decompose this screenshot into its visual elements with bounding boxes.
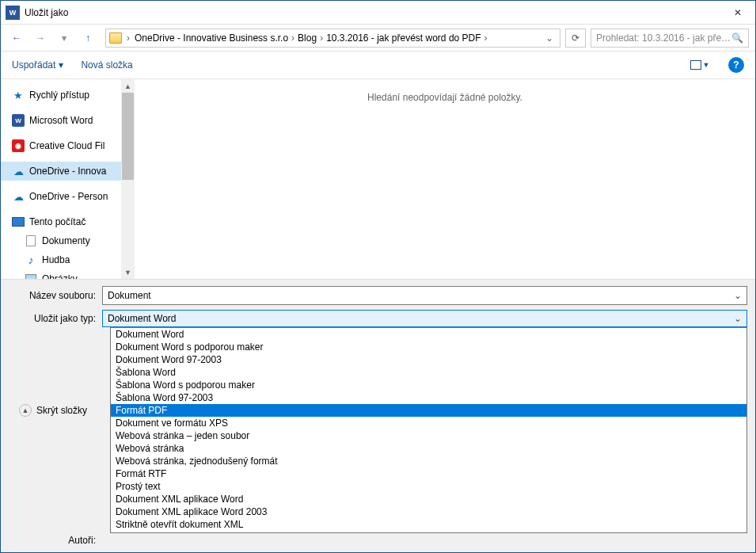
sidebar-item-onedrive-personal[interactable]: ☁OneDrive - Person	[1, 187, 121, 206]
breadcrumb-segment[interactable]: Blog	[298, 32, 317, 44]
file-type-option[interactable]: Šablona Word 97-2003	[111, 391, 747, 404]
sidebar-item-label: Hudba	[42, 254, 70, 265]
arrow-left-icon: ←	[12, 32, 21, 44]
cloud-icon: ☁	[12, 165, 25, 177]
sidebar-item-music[interactable]: ♪Hudba	[1, 250, 121, 269]
file-name-row: Název souboru: ⌄	[9, 286, 747, 305]
collapse-icon[interactable]: ▲	[19, 404, 32, 417]
file-type-option[interactable]: Dokument Word s podporou maker	[111, 341, 747, 353]
sidebar-item-label: Creative Cloud Fil	[29, 140, 104, 151]
file-name-label: Název souboru:	[9, 290, 102, 301]
scrollbar-thumb[interactable]	[122, 93, 134, 180]
up-button[interactable]: ↑	[78, 29, 97, 48]
file-type-option[interactable]: Dokument XML aplikace Word	[111, 493, 747, 505]
file-type-option[interactable]: Webová stránka, zjednodušený formát	[111, 455, 747, 467]
file-type-row: Uložit jako typ: Dokument Word ⌄	[9, 310, 747, 327]
word-app-icon: W	[6, 6, 20, 20]
sidebar-item-quick-access[interactable]: ★Rychlý přístup	[1, 86, 121, 105]
file-type-option[interactable]: Dokument Word	[111, 328, 747, 341]
file-type-option[interactable]: Formát RTF	[111, 467, 747, 480]
sidebar-item-documents[interactable]: Dokumenty	[1, 231, 121, 250]
close-button[interactable]: ✕	[720, 1, 755, 25]
file-type-option[interactable]: Webová stránka	[111, 442, 747, 455]
refresh-button[interactable]: ⟳	[565, 29, 586, 48]
new-folder-label: Nová složka	[81, 59, 132, 71]
file-list-pane: Hledání neodpovídají žádné položky.	[135, 79, 755, 279]
file-type-label: Uložit jako typ:	[9, 313, 102, 324]
forward-button[interactable]: →	[31, 29, 50, 48]
word-icon: W	[12, 114, 25, 127]
cloud-icon: ☁	[12, 190, 25, 203]
hide-folders-button[interactable]: Skrýt složky	[36, 405, 87, 416]
file-type-option[interactable]: Webová stránka – jeden soubor	[111, 429, 747, 442]
chevron-right-icon: ›	[483, 32, 489, 44]
recent-button[interactable]: ▾	[55, 29, 74, 48]
empty-message: Hledání neodpovídají žádné položky.	[367, 92, 522, 279]
chevron-down-icon: ▼	[703, 61, 710, 69]
file-type-option[interactable]: Formát PDF	[111, 404, 747, 417]
view-icon	[690, 60, 701, 70]
search-placeholder: Prohledat: 10.3.2016 - jak přev…	[596, 32, 731, 44]
breadcrumb[interactable]: OneDrive - Innovative Business s.r.o›Blo…	[135, 32, 539, 44]
file-name-input[interactable]	[103, 287, 729, 304]
chevron-right-icon: ›	[290, 32, 296, 44]
sidebar-item-this-pc[interactable]: Tento počítač	[1, 212, 121, 231]
sidebar-item-label: Microsoft Word	[29, 115, 93, 126]
sidebar-item-label: Rychlý přístup	[29, 90, 89, 101]
back-button[interactable]: ←	[7, 29, 26, 48]
chevron-right-icon: ›	[125, 32, 131, 44]
file-type-option[interactable]: Dokument ve formátu XPS	[111, 417, 747, 429]
sidebar-item-creative-cloud[interactable]: ◉Creative Cloud Fil	[1, 136, 121, 155]
file-type-option[interactable]: Šablona Word s podporou maker	[111, 379, 747, 391]
sidebar-scrollbar[interactable]: ▲ ▼	[121, 79, 135, 279]
breadcrumb-segment[interactable]: OneDrive - Innovative Business s.r.o	[135, 32, 288, 44]
save-form: Název souboru: ⌄ Uložit jako typ: Dokume…	[1, 279, 755, 552]
file-type-combobox[interactable]: Dokument Word ⌄	[102, 310, 747, 327]
scrollbar-track[interactable]	[121, 180, 135, 265]
toolbar: Uspořádat ▾ Nová složka ▼ ?	[1, 51, 755, 78]
window-title: Uložit jako	[25, 7, 720, 18]
arrow-right-icon: →	[36, 32, 45, 44]
file-type-option[interactable]: Formát ODT (OpenDocument Text)	[111, 531, 747, 533]
document-icon	[25, 235, 37, 247]
hide-folders-row: ▲ Skrýt složky	[8, 399, 87, 417]
navigation-sidebar: ★Rychlý přístup WMicrosoft Word ◉Creativ…	[1, 79, 121, 279]
file-type-dropdown[interactable]: Dokument WordDokument Word s podporou ma…	[110, 327, 747, 533]
titlebar: W Uložit jako ✕	[1, 1, 755, 25]
organize-label: Uspořádat	[12, 59, 55, 71]
file-type-option[interactable]: Prostý text	[111, 480, 747, 493]
chevron-down-icon[interactable]: ⌄	[729, 290, 747, 301]
sidebar-item-onedrive-business[interactable]: ☁OneDrive - Innova	[1, 162, 121, 181]
scroll-down-arrow-icon[interactable]: ▼	[121, 265, 135, 279]
chevron-down-icon: ⌄	[734, 313, 742, 324]
arrow-up-icon: ↑	[85, 32, 90, 44]
search-input[interactable]: Prohledat: 10.3.2016 - jak přev… 🔍	[591, 29, 749, 48]
file-type-value: Dokument Word	[108, 313, 734, 324]
star-icon: ★	[12, 89, 25, 101]
music-icon: ♪	[25, 254, 37, 266]
dropdown-icon[interactable]: ⌄	[542, 32, 557, 44]
chevron-down-icon: ▾	[59, 59, 63, 71]
sidebar-item-label: Dokumenty	[42, 235, 90, 246]
refresh-icon: ⟳	[572, 32, 579, 44]
sidebar-item-word[interactable]: WMicrosoft Word	[1, 111, 121, 130]
sidebar-item-label: OneDrive - Innova	[29, 166, 106, 177]
address-bar[interactable]: › OneDrive - Innovative Business s.r.o›B…	[105, 29, 560, 48]
file-type-option[interactable]: Striktně otevřít dokument XML	[111, 518, 747, 531]
file-type-option[interactable]: Dokument Word 97-2003	[111, 353, 747, 366]
save-as-dialog: W Uložit jako ✕ ← → ▾ ↑ › OneDrive - Inn…	[0, 0, 756, 553]
pc-icon	[12, 215, 25, 228]
navigation-bar: ← → ▾ ↑ › OneDrive - Innovative Business…	[1, 25, 755, 51]
new-folder-button[interactable]: Nová složka	[81, 59, 132, 71]
breadcrumb-segment[interactable]: 10.3.2016 - jak převést word do PDF	[326, 32, 481, 44]
search-icon: 🔍	[731, 32, 743, 44]
help-icon: ?	[733, 59, 739, 71]
scroll-up-arrow-icon[interactable]: ▲	[121, 79, 135, 93]
authors-label: Autoři:	[9, 535, 102, 546]
file-type-option[interactable]: Dokument XML aplikace Word 2003	[111, 505, 747, 518]
view-options-button[interactable]: ▼	[689, 56, 711, 74]
help-button[interactable]: ?	[728, 57, 744, 73]
organize-button[interactable]: Uspořádat ▾	[12, 59, 63, 71]
file-type-option[interactable]: Šablona Word	[111, 366, 747, 379]
sidebar-item-pictures[interactable]: Obrázky	[1, 269, 121, 279]
